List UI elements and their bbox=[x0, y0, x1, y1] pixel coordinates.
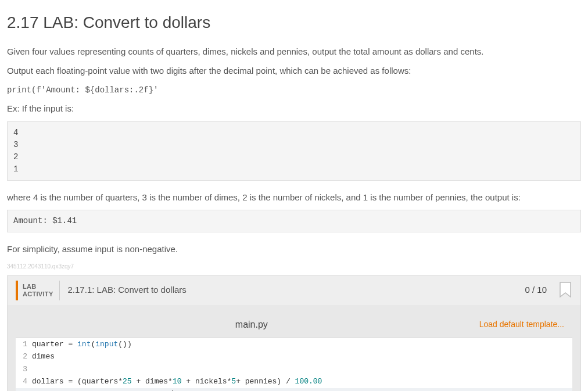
intro-paragraph-1: Given four values representing counts of… bbox=[7, 45, 581, 59]
explain-paragraph: where 4 is the number of quarters, 3 is … bbox=[7, 191, 581, 205]
lab-badge-line2: ACTIVITY bbox=[23, 290, 53, 298]
code-editor[interactable]: 1 quarter = int(input()) 2 dimes 3 4 dol… bbox=[16, 338, 572, 391]
lab-header: LAB ACTIVITY 2.17.1: LAB: Convert to dol… bbox=[8, 276, 580, 305]
format-example-code: print(f'Amount: ${dollars:.2f}' bbox=[7, 85, 158, 95]
editor-area: main.py Load default template... 1 quart… bbox=[8, 305, 580, 391]
page-title: 2.17 LAB: Convert to dollars bbox=[7, 10, 581, 35]
watermark-id: 345112.2043110.qx3zqy7 bbox=[7, 262, 581, 271]
line-number: 2 bbox=[16, 350, 32, 363]
example-label: Ex: If the input is: bbox=[7, 102, 581, 116]
example-input-block: 4 3 2 1 bbox=[7, 121, 581, 181]
example-output-block: Amount: $1.41 bbox=[7, 210, 581, 232]
line-number: 3 bbox=[16, 363, 32, 376]
line-number: 4 bbox=[16, 375, 32, 388]
code-line: 5 print(f'Amount: ${dollars:.2f}' bbox=[16, 388, 572, 391]
lab-activity-title: 2.17.1: LAB: Convert to dollars bbox=[68, 284, 517, 297]
bookmark-icon[interactable] bbox=[558, 282, 572, 299]
lab-badge-line1: LAB bbox=[23, 283, 53, 290]
code-line: 2 dimes bbox=[16, 350, 572, 363]
code-line: 3 bbox=[16, 363, 572, 376]
line-number: 1 bbox=[16, 338, 32, 351]
code-line: 4 dollars = (quarters*25 + dimes*10 + ni… bbox=[16, 375, 572, 388]
code-line: 1 quarter = int(input()) bbox=[16, 338, 572, 351]
load-default-template-link[interactable]: Load default template... bbox=[479, 318, 564, 331]
lab-badge: LAB ACTIVITY bbox=[16, 281, 60, 300]
lab-score: 0 / 10 bbox=[525, 284, 547, 297]
intro-paragraph-2: Output each floating-point value with tw… bbox=[7, 64, 581, 78]
editor-filename: main.py bbox=[24, 318, 479, 332]
line-number: 5 bbox=[16, 388, 32, 391]
editor-toolbar: main.py Load default template... bbox=[16, 313, 572, 338]
simplicity-note: For simplicity, assume input is non-nega… bbox=[7, 243, 581, 256]
lab-activity-card: LAB ACTIVITY 2.17.1: LAB: Convert to dol… bbox=[7, 275, 581, 392]
